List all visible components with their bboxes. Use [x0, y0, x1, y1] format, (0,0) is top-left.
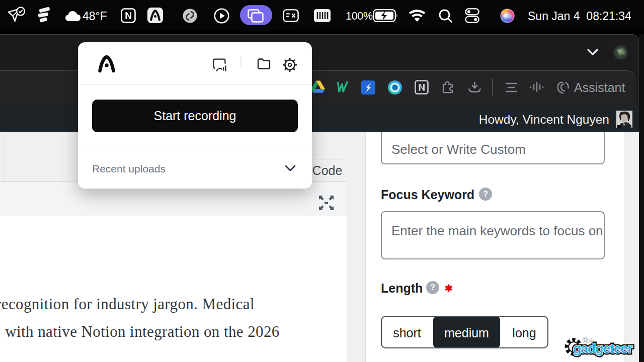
svg-text:the: the	[583, 336, 593, 344]
svg-text:gadgeteer: gadgeteer	[573, 341, 632, 356]
